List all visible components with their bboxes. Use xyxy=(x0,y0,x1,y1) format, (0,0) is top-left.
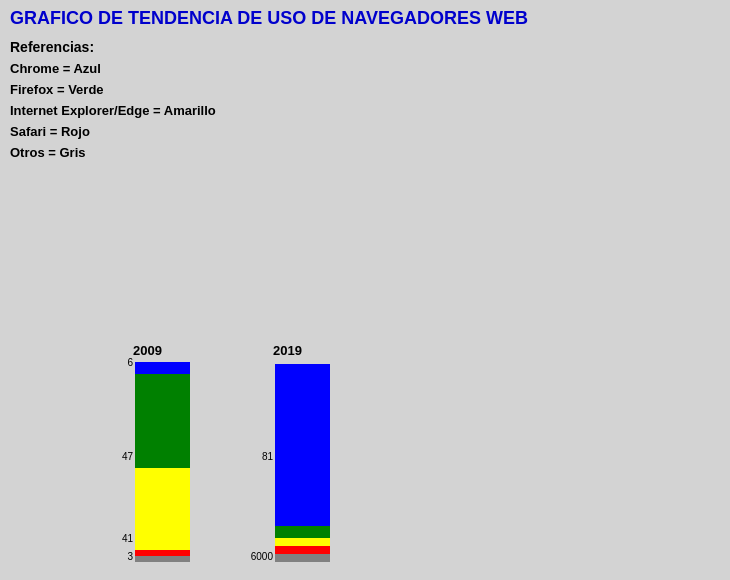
bar-group-2009: 2009647413 xyxy=(105,343,190,562)
y-label: 81 xyxy=(262,451,273,462)
y-label: 6000 xyxy=(251,551,273,562)
bar-segment-chrome xyxy=(275,364,330,526)
bar-segment-chrome xyxy=(135,362,190,374)
bar-year-label: 2019 xyxy=(273,343,302,358)
ref-chrome: Chrome = Azul xyxy=(10,61,720,76)
y-label: 41 xyxy=(122,533,133,544)
y-label: 47 xyxy=(122,451,133,462)
ref-firefox: Firefox = Verde xyxy=(10,82,720,97)
y-label: 6 xyxy=(127,357,133,368)
ref-safari: Safari = Rojo xyxy=(10,124,720,139)
bar-segment-ie_edge xyxy=(275,538,330,546)
y-label: 3 xyxy=(127,551,133,562)
y-labels: 816000 xyxy=(245,362,273,562)
stacked-bar xyxy=(275,362,330,562)
ref-otros: Otros = Gris xyxy=(10,145,720,160)
bar-year-label: 2009 xyxy=(133,343,162,358)
stacked-bar xyxy=(135,362,190,562)
bar-group-2019: 2019816000 xyxy=(245,343,330,562)
bar-segment-firefox xyxy=(275,526,330,538)
bar-segment-ie_edge xyxy=(135,468,190,550)
references-section: Referencias: Chrome = Azul Firefox = Ver… xyxy=(0,35,730,170)
bar-segment-firefox xyxy=(135,374,190,468)
bar-segment-otros xyxy=(135,556,190,562)
y-labels: 647413 xyxy=(105,362,133,562)
references-heading: Referencias: xyxy=(10,39,720,55)
bar-segment-otros xyxy=(275,554,330,562)
chart-container: 20096474132019816000 xyxy=(105,343,330,562)
bar-segment-safari xyxy=(275,546,330,554)
page-title: GRAFICO DE TENDENCIA DE USO DE NAVEGADOR… xyxy=(0,0,730,35)
ref-ie: Internet Explorer/Edge = Amarillo xyxy=(10,103,720,118)
